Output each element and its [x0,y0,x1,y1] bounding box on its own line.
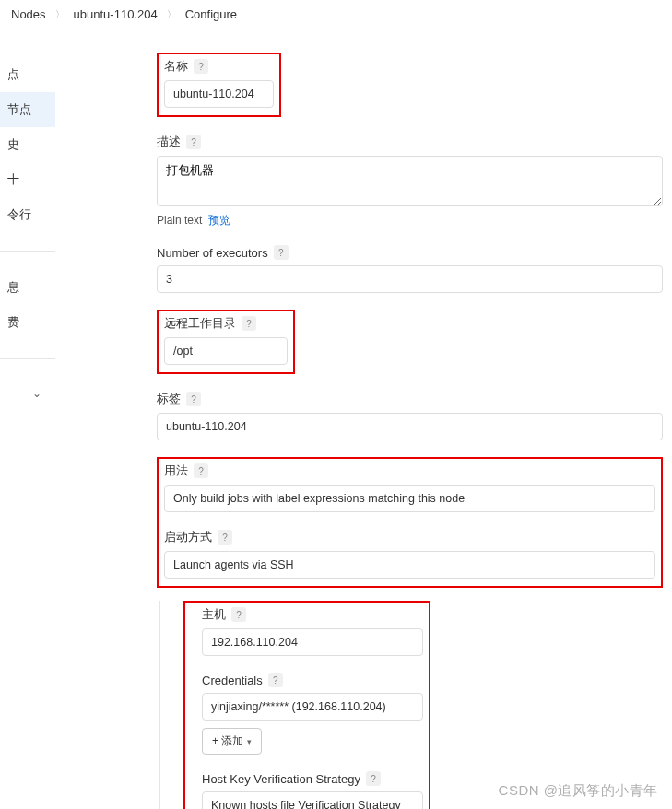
help-icon[interactable]: ? [218,530,232,545]
sidebar-item[interactable]: 史 [0,127,55,162]
description-label: 描述 [157,134,181,150]
chevron-right-icon: 〉 [167,8,176,21]
add-credentials-button[interactable]: + 添加 ▾ [202,728,262,755]
sidebar-item[interactable]: 令行 [0,197,55,232]
sidebar-item[interactable]: 息 [0,270,55,305]
usage-label: 用法 [164,463,188,479]
help-icon[interactable]: ? [186,392,201,406]
chevron-down-icon: ▾ [247,737,252,746]
help-icon[interactable]: ? [274,245,289,260]
remote-dir-input[interactable] [164,337,288,365]
chevron-right-icon: 〉 [55,8,65,21]
credentials-label: Credentials [202,674,263,687]
host-label: 主机 [202,606,226,623]
labels-input[interactable] [157,413,663,440]
hostkey-select[interactable]: Known hosts file Verification Strategy [202,791,423,809]
help-icon[interactable]: ? [194,59,208,74]
labels-label: 标签 [157,391,181,407]
sidebar-collapse[interactable]: ⌄ [0,378,55,409]
help-icon[interactable]: ? [242,316,256,331]
help-icon[interactable]: ? [186,135,201,149]
breadcrumb: Nodes 〉 ubuntu-110.204 〉 Configure [0,0,672,29]
help-icon[interactable]: ? [194,463,208,478]
sidebar: 点 节点 史 十 令行 息 费 ⌄ [0,29,55,809]
help-icon[interactable]: ? [231,607,246,622]
executors-label: Number of executors [157,246,268,260]
sidebar-item-node-active[interactable]: 节点 [0,92,55,127]
remote-dir-label: 远程工作目录 [164,315,236,332]
main-form: 名称 ? 描述 ? 打包机器 Plain text 预览 Number of e… [55,29,672,809]
help-icon[interactable]: ? [366,771,381,786]
executors-input[interactable] [157,265,663,293]
usage-select[interactable]: Only build jobs with label expressions m… [164,485,655,512]
breadcrumb-current: Configure [185,7,237,21]
watermark: CSDN @追风筝的小青年 [499,782,658,800]
sidebar-item[interactable]: 费 [0,305,55,340]
name-label: 名称 [164,58,188,75]
breadcrumb-nodes[interactable]: Nodes [11,7,46,21]
host-input[interactable] [202,628,423,656]
launch-label: 启动方式 [164,529,212,545]
credentials-select[interactable]: yinjiaxing/****** (192.168.110.204) [202,693,423,721]
name-input[interactable] [164,80,274,108]
hostkey-label: Host Key Verification Strategy [202,772,360,786]
sidebar-item[interactable]: 点 [0,57,55,92]
preview-link[interactable]: 预览 [208,214,230,227]
description-input[interactable]: 打包机器 [157,156,663,206]
launch-select[interactable]: Launch agents via SSH [164,551,655,579]
help-icon[interactable]: ? [268,673,283,687]
chevron-down-icon: ⌄ [32,387,41,400]
sidebar-item[interactable]: 十 [0,162,55,197]
breadcrumb-node[interactable]: ubuntu-110.204 [74,7,158,21]
plain-text-label: Plain text [157,214,202,227]
